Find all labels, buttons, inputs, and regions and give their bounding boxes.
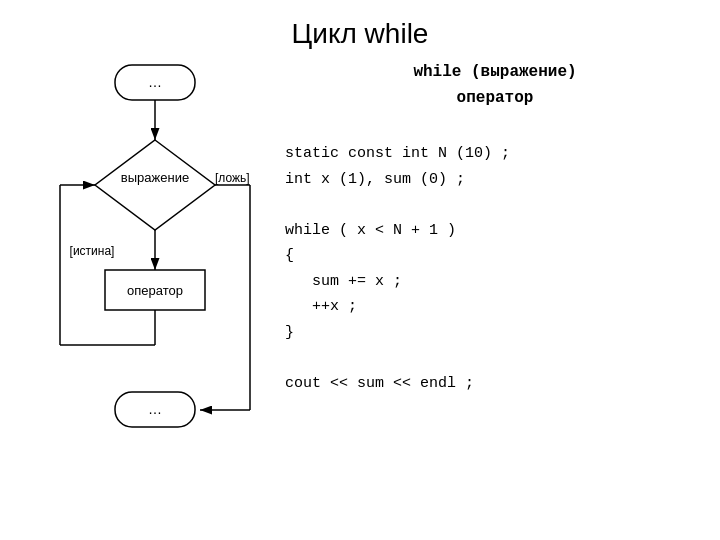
syntax-line2: оператор bbox=[285, 86, 705, 112]
svg-text:[ложь]: [ложь] bbox=[215, 171, 250, 185]
svg-marker-4 bbox=[95, 140, 215, 230]
syntax-block: while (выражение) оператор bbox=[285, 60, 705, 111]
svg-text:…: … bbox=[148, 401, 162, 417]
svg-text:оператор: оператор bbox=[127, 283, 183, 298]
svg-text:…: … bbox=[148, 74, 162, 90]
svg-text:[истина]: [истина] bbox=[70, 244, 115, 258]
flowchart: … выражение [истина] [ложь] оператор … bbox=[30, 55, 280, 505]
page-title: Цикл while bbox=[0, 18, 720, 50]
code-block: static const int N (10) ; int x (1), sum… bbox=[285, 141, 705, 396]
svg-text:выражение: выражение bbox=[121, 170, 189, 185]
syntax-line1: while (выражение) bbox=[285, 60, 705, 86]
code-panel: while (выражение) оператор static const … bbox=[285, 60, 705, 396]
